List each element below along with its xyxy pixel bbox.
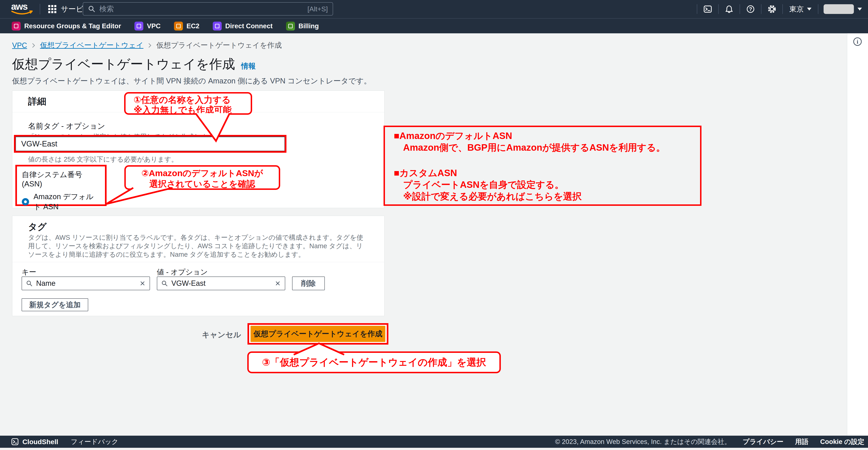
tag-value-field[interactable] — [157, 276, 285, 290]
radio-amazon-default-asn[interactable]: Amazon デフォルト ASN — [22, 192, 100, 212]
name-tag-label: 名前タグ - オプション — [28, 121, 105, 131]
tags-panel-description: タグは、AWS リソースに割り当てるラベルです。各タグは、キーとオプションの値で… — [28, 233, 365, 259]
chevron-right-icon — [32, 42, 35, 48]
clear-value-icon[interactable] — [275, 280, 281, 287]
cloudshell-terminal-icon — [11, 438, 19, 446]
region-label: 東京 — [789, 4, 804, 14]
page-subtitle: 仮想プライベートゲートウェイは、サイト間 VPN 接続の Amazon 側にある… — [12, 76, 371, 86]
annotation-info-box: ■AmazonのデフォルトASN Amazon側で、BGP用にAmazonが提供… — [383, 126, 702, 206]
svg-text:i: i — [857, 38, 858, 45]
search-icon — [161, 280, 168, 287]
favorite-resource-groups[interactable]: Resource Groups & Tag Editor — [12, 22, 121, 30]
svg-text:?: ? — [749, 6, 752, 12]
top-navigation-bar: aws サービス [Alt+S] — [0, 0, 868, 18]
account-menu[interactable] — [820, 4, 865, 14]
nav-divider — [40, 4, 40, 14]
help-side-panel: i — [847, 33, 868, 436]
cloudshell-terminal-icon[interactable] — [699, 3, 716, 16]
name-tag-input[interactable] — [16, 137, 285, 151]
favorite-vpc[interactable]: VPC — [134, 22, 161, 30]
annotation-highlight-asn-group: 自律システム番号 (ASN) Amazon デフォルト ASN カスタム ASN — [16, 165, 106, 206]
breadcrumb-vpc-link[interactable]: VPC — [12, 41, 27, 50]
cancel-button[interactable]: キャンセル — [202, 330, 241, 340]
favorite-billing[interactable]: Billing — [286, 22, 319, 30]
breadcrumb-vgw-link[interactable]: 仮想プライベートゲートウェイ — [40, 40, 143, 50]
search-icon — [26, 280, 32, 287]
clear-key-icon[interactable] — [140, 280, 146, 287]
billing-icon — [286, 22, 295, 30]
help-question-icon[interactable]: ? — [742, 3, 759, 16]
annotation-highlight-name-input — [14, 135, 286, 153]
footer-copyright: © 2023, Amazon Web Services, Inc. またはその関… — [555, 437, 731, 446]
account-name-redacted — [824, 4, 854, 14]
breadcrumb: VPC 仮想プライベートゲートウェイ 仮想プライベートゲートウェイを作成 — [12, 40, 282, 50]
tag-key-field[interactable] — [22, 276, 150, 290]
favorite-ec2[interactable]: EC2 — [174, 22, 199, 30]
footer-right: © 2023, Amazon Web Services, Inc. またはその関… — [555, 437, 864, 446]
add-new-tag-button[interactable]: 新規タグを追加 — [22, 298, 88, 311]
aws-console-page: aws サービス [Alt+S] — [0, 0, 868, 450]
console-footer: CloudShell フィードバック © 2023, Amazon Web Se… — [0, 436, 868, 448]
tag-value-label: 値 - オプション — [157, 267, 208, 277]
aws-logo-text: aws — [11, 2, 34, 11]
page-title: 仮想プライベートゲートウェイを作成 — [12, 55, 235, 73]
vpc-icon — [134, 22, 143, 30]
tag-key-label: キー — [22, 267, 36, 277]
info-link[interactable]: 情報 — [241, 61, 256, 71]
chevron-down-icon — [858, 8, 862, 10]
settings-gear-icon[interactable] — [764, 3, 780, 16]
footer-feedback-link[interactable]: フィードバック — [71, 437, 119, 446]
annotation-callout-1: ①任意の名称を入力する ※入力無しでも作成可能 — [124, 92, 252, 115]
callout-2-pointer — [103, 186, 182, 206]
tag-value-input[interactable] — [171, 279, 272, 288]
name-tag-constraint: 値の長さは 256 文字以下にする必要があります。 — [28, 155, 178, 164]
search-input[interactable] — [99, 4, 304, 13]
radio-selected-icon — [22, 198, 29, 205]
annotation-highlight-create-button: 仮想プライベートゲートウェイを作成 — [247, 323, 389, 344]
chevron-right-icon — [148, 42, 151, 48]
chevron-down-icon — [807, 8, 811, 10]
footer-terms-link[interactable]: 用語 — [795, 437, 808, 446]
services-grid-icon — [48, 5, 56, 13]
search-icon — [88, 5, 95, 12]
footer-cookie-link[interactable]: Cookie の設定 — [820, 437, 864, 446]
resource-groups-icon — [12, 22, 21, 30]
ec2-icon — [174, 22, 183, 30]
page-title-row: 仮想プライベートゲートウェイを作成 情報 — [12, 55, 256, 73]
breadcrumb-current: 仮想プライベートゲートウェイを作成 — [156, 40, 282, 50]
asn-label: 自律システム番号 (ASN) — [22, 170, 100, 188]
nav-utilities: ? 東京 — [695, 0, 865, 18]
divider — [12, 262, 384, 262]
tags-panel: タグ タグは、AWS リソースに割り当てるラベルです。各タグは、キーとオプション… — [12, 216, 384, 316]
aws-smile-icon — [11, 10, 34, 16]
favorites-bar: Resource Groups & Tag Editor VPC EC2 Dir… — [0, 18, 868, 33]
delete-tag-button[interactable]: 削除 — [292, 276, 325, 290]
tag-key-input[interactable] — [36, 279, 136, 288]
annotation-callout-3: ③「仮想プライベートゲートウェイの作成」を選択 — [247, 352, 501, 373]
info-circle-icon[interactable]: i — [853, 37, 862, 46]
search-shortcut-hint: [Alt+S] — [307, 5, 328, 13]
direct-connect-icon — [213, 22, 222, 30]
aws-logo[interactable]: aws — [11, 2, 34, 16]
create-vgw-button[interactable]: 仮想プライベートゲートウェイを作成 — [250, 326, 385, 342]
footer-cloudshell-button[interactable]: CloudShell — [11, 438, 58, 446]
global-search-box[interactable]: [Alt+S] — [83, 2, 333, 16]
tags-panel-header: タグ — [28, 221, 46, 233]
favorite-direct-connect[interactable]: Direct Connect — [213, 22, 273, 30]
callout-3-pointer — [290, 342, 348, 356]
region-selector[interactable]: 東京 — [785, 4, 816, 14]
callout-1-pointer — [192, 113, 232, 143]
notifications-bell-icon[interactable] — [721, 3, 738, 16]
footer-privacy-link[interactable]: プライバシー — [743, 437, 783, 446]
